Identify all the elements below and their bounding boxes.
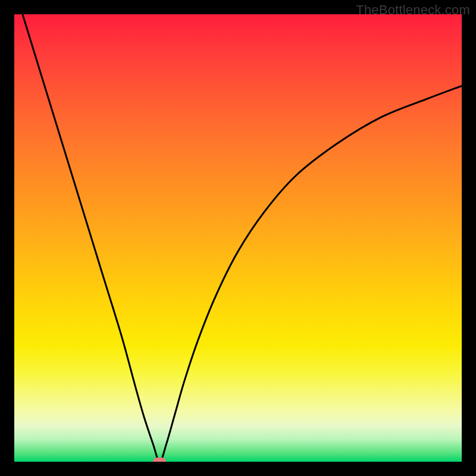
watermark-text: TheBottleneck.com xyxy=(356,2,470,18)
chart-frame: TheBottleneck.com xyxy=(0,0,476,476)
minimum-marker xyxy=(153,458,166,462)
curve-svg xyxy=(14,14,462,462)
bottleneck-curve xyxy=(14,14,462,462)
plot-area xyxy=(14,14,462,462)
